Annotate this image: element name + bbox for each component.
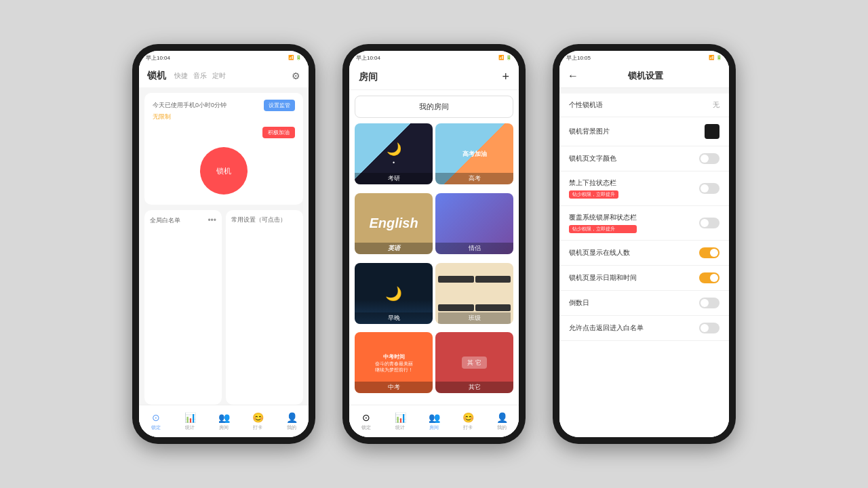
status-bar-3: 早上10:05 📶 🔋 [559,51,729,64]
phone3-header: ← 锁机设置 [559,64,729,88]
setting-row-3[interactable]: 禁上下拉状态栏 钻少权限，立即提升 [559,171,729,206]
badge-3: 钻少权限，立即提升 [569,190,618,199]
room-item-zhongkao[interactable]: 中考时间 奋斗的青春最美丽继续为梦想前行！ 中考 [355,332,433,393]
nav2-room-icon: 👥 [429,412,439,423]
checkin-nav-label: 打卡 [253,424,262,431]
setting-row-6[interactable]: 锁机页显示日期和时间 [559,266,729,291]
stats-nav-icon: 📊 [184,412,195,423]
lock-circle-button[interactable]: 锁机 [200,147,248,195]
status-time-2: 早上10:04 [356,54,380,62]
room-item-zaoan[interactable]: 🌙 早晚 [355,263,433,324]
nav2-lock-icon: ⊙ [361,412,372,423]
toggle-8[interactable] [699,323,719,333]
nav-yinyue[interactable]: 音乐 [193,71,207,81]
add-room-button[interactable]: + [502,70,509,84]
quick-settings-label: 常用设置（可点击） [231,216,298,224]
phone1-header: 锁机 快捷 音乐 定时 ⚙ [139,64,309,87]
toggle-7[interactable] [699,298,719,308]
nav2-mine-label: 我的 [497,424,507,431]
setting-label-2: 锁机页文字颜色 [569,154,616,163]
setting-label-7: 倒数日 [569,298,589,308]
dots-icon[interactable]: ••• [208,216,216,225]
phone3-title: 锁机设置 [584,70,707,82]
room-item-kaoyan[interactable]: 🌙 • 考研 [355,123,433,184]
room-item-qita[interactable]: 其 它 其它 [435,332,513,393]
nav2-item-checkin[interactable]: 😊 打卡 [462,412,473,431]
nav-dingshi[interactable]: 定时 [212,71,226,81]
gaokao-text: 高考加油 [462,150,487,159]
setting-row-2[interactable]: 锁机页文字颜色 [559,146,729,171]
room-nav-label: 房间 [219,424,229,431]
room-item-qinglu[interactable]: 情侣 [435,193,513,254]
room-nav-icon: 👥 [218,412,229,423]
toggle-3[interactable] [699,183,719,194]
setting-row-8[interactable]: 允许点击返回进入白名单 [559,316,729,341]
setting-row-7[interactable]: 倒数日 [559,291,729,316]
qita-text-inner: 其 它 [467,359,481,366]
mine-nav-label: 我的 [287,424,296,431]
nav2-stats-icon: 📊 [395,412,406,423]
nav2-item-room[interactable]: 👥 房间 [429,412,439,431]
nav2-item-lock[interactable]: ⊙ 锁定 [361,412,372,431]
room-item-banji[interactable]: 班级 [435,263,513,324]
nav2-room-label: 房间 [429,424,439,431]
nav2-mine-icon: 👤 [496,412,507,423]
phone-2: 早上10:04 📶 🔋 房间 + 我的房间 🌙 • [342,44,526,444]
nav-item-mine[interactable]: 👤 我的 [286,412,297,431]
phone-1: 早上10:04 📶 🔋 锁机 快捷 音乐 定时 ⚙ 今天已使用 [132,44,315,444]
qita-label: 其它 [435,382,513,393]
setting-label-3: 禁上下拉状态栏 [569,178,618,188]
setting-row-4[interactable]: 覆盖系统锁屏和状态栏 钻少权限，立即提升 [559,206,729,241]
cheer-button[interactable]: 积极加油 [262,127,295,138]
setting-row-5[interactable]: 锁机页显示在线人数 [559,241,729,266]
setting-label-5: 锁机页显示在线人数 [569,248,630,258]
room-item-english[interactable]: English 英语 [355,193,433,254]
color-swatch[interactable] [705,124,719,139]
lock-nav-icon: ⊙ [151,412,161,423]
mine-nav-icon: 👤 [286,412,297,423]
back-button[interactable]: ← [568,70,578,82]
status-icons-2: 📶 🔋 [498,55,512,60]
phone-3: 早上10:05 📶 🔋 ← 锁机设置 个性锁机语 无 锁机背景图片 [553,44,736,444]
nav-item-room[interactable]: 👥 房间 [218,412,229,431]
setting-label-8: 允许点击返回进入白名单 [569,323,644,333]
status-time-3: 早上10:05 [566,54,591,62]
set-monitor-button[interactable]: 设置监管 [264,100,295,111]
badge-4: 钻少权限，立即提升 [569,225,637,233]
nav2-checkin-label: 打卡 [463,424,473,431]
nav2-item-mine[interactable]: 👤 我的 [496,412,507,431]
room-item-gaokao[interactable]: 高考加油 高考 [435,123,513,184]
nav-kuaijie[interactable]: 快捷 [174,71,188,81]
toggle-6[interactable] [699,272,719,283]
gaokao-label: 高考 [435,173,513,184]
unlimited-label: 无限制 [153,113,295,121]
status-bar-1: 早上10:04 📶 🔋 [139,51,309,64]
qinglu-label: 情侣 [435,243,513,254]
whitelist-box: 全局白名单 ••• [144,210,222,405]
nav2-item-stats[interactable]: 📊 统计 [395,412,406,431]
gear-icon[interactable]: ⚙ [292,70,300,81]
zaoan-label: 早晚 [355,312,433,324]
my-room-button[interactable]: 我的房间 [355,96,513,118]
phone1-title: 锁机 [147,70,166,82]
setting-row-0[interactable]: 个性锁机语 无 [559,94,729,117]
nav-item-lock[interactable]: ⊙ 锁定 [151,412,161,431]
nav-item-checkin[interactable]: 😊 打卡 [252,412,263,431]
setting-row-1[interactable]: 锁机背景图片 [559,117,729,146]
status-time-1: 早上10:04 [146,54,170,62]
lock-nav-label: 锁定 [151,424,161,431]
status-bar-2: 早上10:04 📶 🔋 [349,51,519,64]
usage-card: 今天已使用手机0小时0分钟 设置监管 无限制 积极加油 锁机 [144,93,303,205]
status-icons-1: 📶 🔋 [288,55,302,60]
whitelist-label: 全局白名单 [150,216,180,225]
setting-label-1: 锁机背景图片 [569,127,610,136]
lower-boxes: 全局白名单 ••• 常用设置（可点击） [144,210,303,405]
toggle-4[interactable] [699,218,719,228]
toggle-2[interactable] [699,153,719,164]
nav2-stats-label: 统计 [395,424,405,431]
kaoyan-label: 考研 [355,173,433,184]
toggle-5[interactable] [699,247,719,258]
zhongkao-label: 中考 [355,382,433,393]
nav-item-stats[interactable]: 📊 统计 [184,412,195,431]
settings-box[interactable]: 常用设置（可点击） [226,210,303,405]
